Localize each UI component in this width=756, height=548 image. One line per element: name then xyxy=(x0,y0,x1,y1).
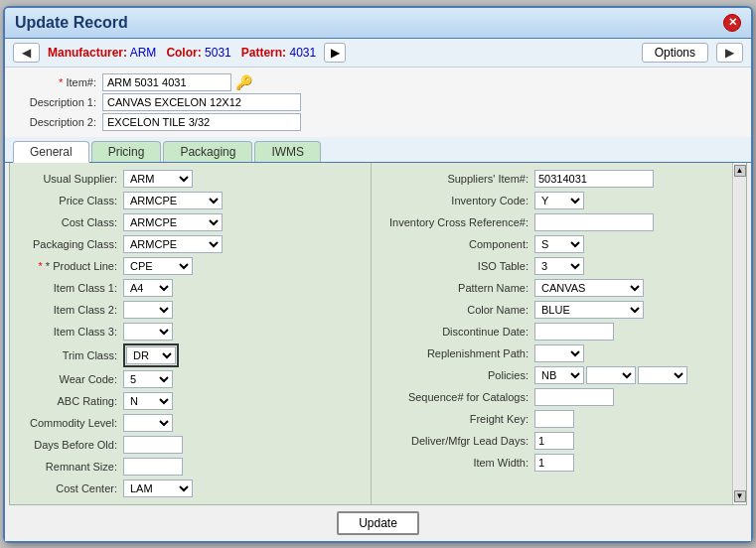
color-name-select[interactable]: BLUE xyxy=(534,301,644,319)
cost-center-select[interactable]: LAM xyxy=(123,480,193,497)
desc1-input[interactable] xyxy=(102,93,301,111)
packaging-class-label: Packaging Class: xyxy=(14,238,123,250)
left-column: Usual Supplier: ARM Price Class: ARMCPE … xyxy=(10,163,371,504)
price-class-select[interactable]: ARMCPE xyxy=(123,192,223,209)
update-button[interactable]: Update xyxy=(337,511,419,535)
inv-cross-ref-input[interactable] xyxy=(534,213,654,231)
color-label: Color: xyxy=(166,46,201,60)
policies-select1[interactable]: NB xyxy=(534,366,584,384)
abc-rating-select[interactable]: N xyxy=(123,392,173,410)
nav-info: Manufacturer: ARM Color: 5031 Pattern: 4… xyxy=(48,46,316,60)
discontinue-date-input[interactable] xyxy=(534,323,614,341)
tab-iwms[interactable]: IWMS xyxy=(254,141,321,162)
remnant-size-row: Remnant Size: xyxy=(14,457,367,477)
tab-pricing[interactable]: Pricing xyxy=(91,141,162,162)
seq-catalogs-label: Sequence# for Catalogs: xyxy=(376,391,534,403)
item-class1-select[interactable]: A4 xyxy=(123,279,173,297)
freight-key-input[interactable] xyxy=(534,410,574,428)
abc-rating-row: ABC Rating: N xyxy=(14,391,367,411)
commodity-level-label: Commodity Level: xyxy=(14,417,123,429)
suppliers-item-row: Suppliers' Item#: xyxy=(376,169,728,189)
seq-catalogs-input[interactable] xyxy=(534,388,614,406)
item-class1-label: Item Class 1: xyxy=(14,282,123,294)
cost-center-label: Cost Center: xyxy=(14,482,123,494)
color-value: 5031 xyxy=(205,46,231,60)
product-line-select[interactable]: CPE xyxy=(123,257,193,275)
main-window: Update Record ✕ ◀ Manufacturer: ARM Colo… xyxy=(3,6,753,543)
usual-supplier-select[interactable]: ARM xyxy=(123,170,193,188)
cost-class-row: Cost Class: ARMCPE xyxy=(14,212,367,232)
commodity-level-row: Commodity Level: xyxy=(14,413,367,433)
options-button[interactable]: Options xyxy=(642,43,708,63)
deliver-lead-days-input[interactable] xyxy=(534,432,574,450)
policies-select2[interactable] xyxy=(586,366,636,384)
item-class3-select[interactable] xyxy=(123,323,173,341)
scroll-track xyxy=(734,177,746,490)
price-class-row: Price Class: ARMCPE xyxy=(14,191,367,210)
manufacturer-value: ARM xyxy=(130,46,157,60)
item-row: Item#: 🔑 xyxy=(13,73,743,91)
item-class2-select[interactable] xyxy=(123,301,173,319)
deliver-lead-days-row: Deliver/Mfgr Lead Days: xyxy=(376,431,728,451)
item-class2-row: Item Class 2: xyxy=(14,300,367,320)
remnant-size-input[interactable] xyxy=(123,458,183,476)
item-class3-row: Item Class 3: xyxy=(14,322,367,342)
manufacturer-label: Manufacturer: xyxy=(48,46,127,60)
window-title: Update Record xyxy=(15,14,128,32)
inv-cross-ref-row: Inventory Cross Reference#: xyxy=(376,212,728,232)
tab-packaging[interactable]: Packaging xyxy=(163,141,252,162)
days-before-old-input[interactable] xyxy=(123,436,183,454)
scroll-down-button[interactable]: ▼ xyxy=(734,490,746,502)
cost-center-row: Cost Center: LAM xyxy=(14,479,367,498)
nav-bar: ◀ Manufacturer: ARM Color: 5031 Pattern:… xyxy=(5,39,751,68)
pattern-name-row: Pattern Name: CANVAS xyxy=(376,278,728,298)
desc1-row: Description 1: xyxy=(13,93,743,111)
item-width-input[interactable] xyxy=(534,454,574,472)
packaging-class-select[interactable]: ARMCPE xyxy=(123,235,223,253)
pattern-value: 4031 xyxy=(289,46,316,60)
trim-class-row: Trim Class: DR xyxy=(14,343,367,367)
title-bar: Update Record ✕ xyxy=(5,8,751,39)
item-input[interactable] xyxy=(102,73,231,91)
freight-key-row: Freight Key: xyxy=(376,409,728,429)
pattern-name-label: Pattern Name: xyxy=(376,282,534,294)
policies-select3[interactable] xyxy=(638,366,687,384)
right-column: Suppliers' Item#: Inventory Code: Y Inve… xyxy=(371,163,732,504)
desc2-label: Description 2: xyxy=(13,116,102,128)
item-width-row: Item Width: xyxy=(376,453,728,473)
wear-code-label: Wear Code: xyxy=(14,373,123,385)
pattern-name-select[interactable]: CANVAS xyxy=(534,279,644,297)
iso-table-row: ISO Table: 3 xyxy=(376,256,728,276)
inventory-code-select[interactable]: Y xyxy=(534,192,584,209)
nav-forward-button[interactable]: ▶ xyxy=(716,43,743,63)
inv-cross-ref-label: Inventory Cross Reference#: xyxy=(376,216,534,228)
wear-code-row: Wear Code: 5 xyxy=(14,369,367,389)
tab-general[interactable]: General xyxy=(13,141,89,163)
packaging-class-row: Packaging Class: ARMCPE xyxy=(14,234,367,254)
item-width-label: Item Width: xyxy=(376,457,534,469)
policies-row: Policies: NB xyxy=(376,365,728,385)
trim-class-select[interactable]: DR xyxy=(126,346,176,364)
seq-catalogs-row: Sequence# for Catalogs: xyxy=(376,387,728,407)
price-class-label: Price Class: xyxy=(14,195,123,206)
close-button[interactable]: ✕ xyxy=(723,14,741,32)
replenishment-path-select[interactable] xyxy=(534,344,584,362)
days-before-old-row: Days Before Old: xyxy=(14,435,367,455)
suppliers-item-input[interactable] xyxy=(534,170,654,188)
days-before-old-label: Days Before Old: xyxy=(14,439,123,451)
commodity-level-select[interactable] xyxy=(123,414,173,432)
iso-table-select[interactable]: 3 xyxy=(534,257,584,275)
nav-back-button[interactable]: ◀ xyxy=(13,43,40,63)
cost-class-select[interactable]: ARMCPE xyxy=(123,213,223,231)
desc2-input[interactable] xyxy=(102,113,301,131)
key-icon: 🔑 xyxy=(235,74,252,90)
form-section: Item#: 🔑 Description 1: Description 2: xyxy=(5,68,751,137)
scroll-up-button[interactable]: ▲ xyxy=(734,165,746,177)
item-class1-row: Item Class 1: A4 xyxy=(14,278,367,298)
component-label: Component: xyxy=(376,238,534,250)
pattern-label: Pattern: xyxy=(241,46,286,60)
nav-arrow-button[interactable]: ▶ xyxy=(324,43,346,63)
abc-rating-label: ABC Rating: xyxy=(14,395,123,407)
component-select[interactable]: S xyxy=(534,235,584,253)
wear-code-select[interactable]: 5 xyxy=(123,370,173,388)
